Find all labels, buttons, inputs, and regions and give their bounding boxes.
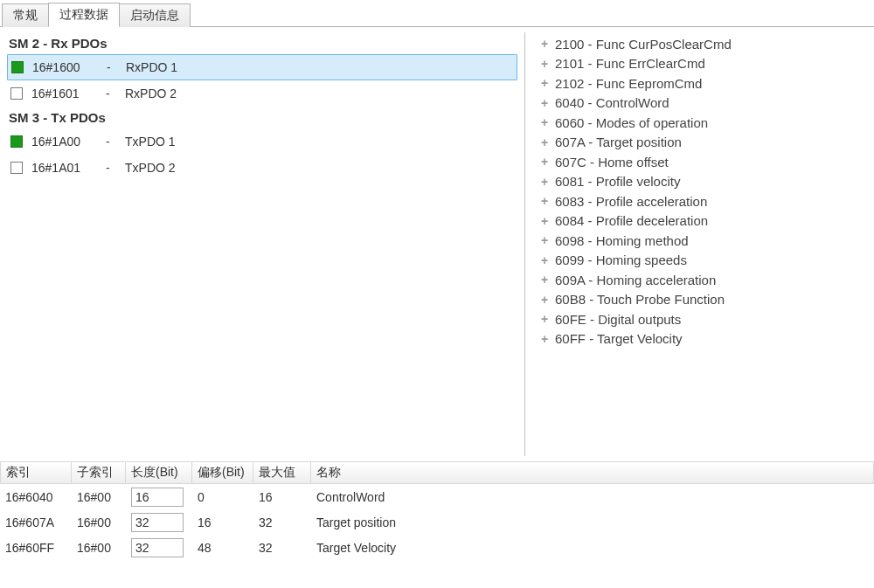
cell-offset: 0 [192,484,253,509]
object-label: 2102 - Func EepromCmd [555,76,702,91]
object-label: 6098 - Homing method [555,233,689,248]
length-input[interactable] [131,513,184,532]
pdo-row[interactable]: 16#1600-RxPDO 1 [7,54,517,80]
pdo-dash: - [107,60,126,74]
expand-plus-icon[interactable]: + [538,233,551,247]
expand-plus-icon[interactable]: + [538,96,551,110]
object-label: 6040 - ControlWord [555,95,669,110]
expand-plus-icon[interactable]: + [538,57,551,71]
pdo-checkbox[interactable] [10,162,23,174]
object-row[interactable]: +6099 - Homing speeds [538,251,865,271]
cell-subindex: 16#00 [72,509,126,535]
cell-max: 32 [253,535,311,560]
expand-plus-icon[interactable]: + [538,312,551,326]
object-label: 6081 - Profile velocity [555,174,680,189]
pdo-name-label: TxPDO 1 [125,135,514,149]
pdo-group-header: SM 2 - Rx PDOs [7,32,517,54]
object-list-pane: +2100 - Func CurPosClearCmd+2101 - Func … [525,27,874,461]
col-header-length[interactable]: 长度(Bit) [126,461,192,484]
cell-offset: 48 [192,535,253,560]
object-label: 607C - Home offset [555,155,669,169]
pdo-name-label: TxPDO 2 [125,161,514,175]
object-row[interactable]: +609A - Homing acceleration [538,270,865,290]
cell-max: 16 [253,484,311,509]
object-label: 2101 - Func ErrClearCmd [555,56,705,71]
cell-length[interactable] [126,484,192,509]
object-label: 6060 - Modes of operation [555,115,708,130]
tab-general[interactable]: 常规 [2,3,49,27]
object-row[interactable]: +6060 - Modes of operation [538,113,865,133]
pdo-checkbox[interactable] [10,87,23,100]
expand-plus-icon[interactable]: + [538,135,551,149]
pdo-group-header: SM 3 - Tx PDOs [7,107,517,128]
pdo-index-label: 16#1A01 [31,161,106,175]
object-label: 60B8 - Touch Probe Function [555,292,725,307]
cell-offset: 16 [192,509,253,535]
pdo-index-label: 16#1600 [32,60,107,74]
pdo-checkbox[interactable] [10,135,23,148]
pdo-dash: - [106,135,125,149]
object-label: 6099 - Homing speeds [555,252,687,267]
expand-plus-icon[interactable]: + [538,76,551,90]
pdo-dash: - [106,86,125,100]
pdo-name-label: RxPDO 2 [125,86,514,100]
pdo-dash: - [106,161,125,175]
object-row[interactable]: +2102 - Func EepromCmd [538,73,865,93]
pdo-name-label: RxPDO 1 [126,60,513,74]
object-row[interactable]: +607C - Home offset [538,152,865,172]
col-header-offset[interactable]: 偏移(Bit) [192,461,253,484]
mapping-table: 索引 子索引 长度(Bit) 偏移(Bit) 最大值 名称 16#604016#… [0,461,874,560]
object-label: 6084 - Profile deceleration [555,213,708,228]
cell-index: 16#6040 [0,484,72,509]
tab-process-data[interactable]: 过程数据 [48,3,120,27]
pdo-row[interactable]: 16#1A00-TxPDO 1 [7,128,517,155]
expand-plus-icon[interactable]: + [538,253,551,267]
length-input[interactable] [131,488,184,507]
expand-plus-icon[interactable]: + [538,115,551,129]
col-header-index[interactable]: 索引 [0,461,72,484]
object-row[interactable]: +60FE - Digital outputs [538,309,865,329]
col-header-max[interactable]: 最大值 [253,461,311,484]
col-header-name[interactable]: 名称 [311,461,874,484]
expand-plus-icon[interactable]: + [538,37,551,51]
length-input[interactable] [131,538,184,557]
object-row[interactable]: +6040 - ControlWord [538,93,865,114]
pdo-row[interactable]: 16#1601-RxPDO 2 [7,80,517,107]
expand-plus-icon[interactable]: + [538,155,551,169]
object-row[interactable]: +6083 - Profile acceleration [538,191,865,211]
object-row[interactable]: +2101 - Func ErrClearCmd [538,54,865,74]
cell-name: Target Velocity [311,535,874,560]
object-label: 607A - Target position [555,135,682,149]
object-row[interactable]: +60B8 - Touch Probe Function [538,290,865,310]
object-row[interactable]: +6081 - Profile velocity [538,172,865,192]
pdo-row[interactable]: 16#1A01-TxPDO 2 [7,155,517,181]
cell-length[interactable] [126,509,192,535]
pdo-checkbox[interactable] [11,61,24,73]
object-label: 2100 - Func CurPosClearCmd [555,37,732,52]
object-label: 60FF - Target Velocity [555,331,683,346]
expand-plus-icon[interactable]: + [538,214,551,228]
col-header-subindex[interactable]: 子索引 [72,461,126,484]
cell-index: 16#607A [0,509,72,535]
object-row[interactable]: +6098 - Homing method [538,231,865,251]
cell-name: ControlWord [311,484,874,509]
work-area: SM 2 - Rx PDOs16#1600-RxPDO 116#1601-RxP… [0,26,874,461]
cell-max: 32 [253,509,311,535]
expand-plus-icon[interactable]: + [538,293,551,307]
object-label: 609A - Homing acceleration [555,273,716,287]
cell-length[interactable] [126,535,192,560]
cell-subindex: 16#00 [72,484,126,509]
object-row[interactable]: +2100 - Func CurPosClearCmd [538,34,865,54]
object-label: 6083 - Profile acceleration [555,194,707,209]
expand-plus-icon[interactable]: + [538,332,551,346]
object-row[interactable]: +6084 - Profile deceleration [538,211,865,232]
object-row[interactable]: +607A - Target position [538,133,865,153]
object-row[interactable]: +60FF - Target Velocity [538,329,865,349]
expand-plus-icon[interactable]: + [538,273,551,287]
expand-plus-icon[interactable]: + [538,194,551,208]
tab-startup-info[interactable]: 启动信息 [119,3,191,27]
expand-plus-icon[interactable]: + [538,175,551,189]
cell-index: 16#60FF [0,535,72,560]
cell-subindex: 16#00 [72,535,126,560]
cell-name: Target position [311,509,874,535]
